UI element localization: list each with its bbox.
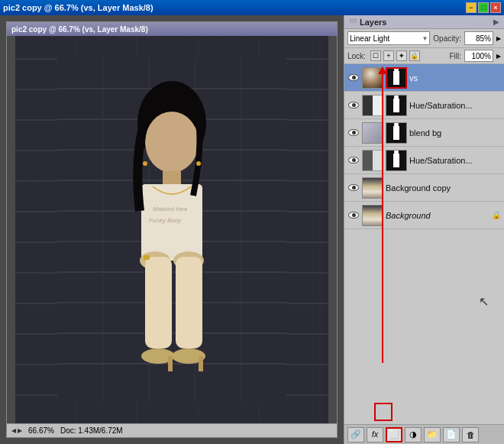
new-layer-button[interactable]: 📄 <box>443 427 460 442</box>
mask-silhouette-hue-1 <box>393 99 399 112</box>
layer-thumb-vs <box>362 67 383 89</box>
blend-mode-select[interactable]: Linear Light ▼ <box>347 31 430 45</box>
layers-panel-header: ⠿⠿ Layers ▶ <box>344 15 504 29</box>
canvas-content[interactable]: Masked Hea Funky Body <box>7 36 337 423</box>
zoom-level: 66.67% <box>28 426 54 435</box>
content-area: pic2 copy @ 66.7% (vs, Layer Mask/8) <box>0 15 504 444</box>
layer-mask-vs <box>386 67 407 89</box>
layer-thumb-hue-1 <box>362 95 383 116</box>
layer-name-hue-2: Hue/Saturation... <box>409 156 501 165</box>
mask-silhouette-hue-2 <box>393 154 399 167</box>
fill-input[interactable]: 100% <box>464 50 493 62</box>
opacity-input[interactable]: 85% <box>464 31 493 45</box>
cursor-pointer: ↖ <box>479 294 489 309</box>
eye-icon-blend <box>348 129 359 136</box>
layer-item-vs[interactable]: vs <box>344 64 504 92</box>
layer-eye-hue-1[interactable] <box>347 99 360 112</box>
canvas-title-bar: pic2 copy @ 66.7% (vs, Layer Mask/8) <box>7 22 337 36</box>
layer-name-vs: vs <box>409 73 501 83</box>
prev-arrow[interactable]: ◀ <box>11 427 16 434</box>
layer-eye-blend[interactable] <box>347 127 360 139</box>
fill-section: Fill: 100% ▶ <box>449 50 501 62</box>
layer-name-hue-1: Hue/Saturation... <box>409 101 501 110</box>
layer-thumb-bg-copy <box>362 177 383 199</box>
maximize-button[interactable]: □ <box>478 2 489 13</box>
new-group-button[interactable]: 📁 <box>424 427 441 442</box>
fill-label: Fill: <box>449 52 461 60</box>
layer-eye-bg-copy[interactable] <box>347 182 360 194</box>
gripper-icon: ⠿⠿ <box>349 18 357 25</box>
lock-image-pixels[interactable]: + <box>383 50 394 61</box>
lock-position[interactable]: ✦ <box>396 50 407 61</box>
layer-item-blend-bg[interactable]: blend bg <box>344 119 504 147</box>
layer-item-bg-copy[interactable]: Background copy <box>344 174 504 202</box>
blend-mode-value: Linear Light <box>350 34 389 43</box>
next-arrow[interactable]: ▶ <box>18 427 22 434</box>
opacity-value: 85% <box>476 34 491 43</box>
layers-panel: ⠿⠿ Layers ▶ Linear Light ▼ Opacity: 85% … <box>344 15 504 444</box>
svg-point-29 <box>143 161 147 166</box>
fill-value: 100% <box>471 52 491 60</box>
lock-label: Lock: <box>347 52 366 60</box>
status-arrows[interactable]: ◀ ▶ <box>11 427 22 434</box>
svg-rect-31 <box>144 255 150 260</box>
layer-item-hue-sat-2[interactable]: Hue/Saturation... <box>344 147 504 174</box>
layer-thumb-hue-2 <box>362 150 383 171</box>
fill-dropdown-icon[interactable]: ▶ <box>496 53 501 60</box>
delete-layer-button[interactable]: 🗑 <box>462 427 479 442</box>
layers-header-left: ⠿⠿ Layers <box>349 18 386 27</box>
thumb-background-content <box>363 206 383 225</box>
add-mask-button[interactable]: ⬜ <box>386 427 402 442</box>
delete-icon: 🗑 <box>467 430 475 439</box>
blend-mode-row: Linear Light ▼ Opacity: 85% ▶ <box>344 29 504 48</box>
link-layers-icon: 🔗 <box>351 429 361 439</box>
add-mask-icon: ⬜ <box>389 429 399 439</box>
svg-text:Masked Hea: Masked Hea <box>153 206 187 212</box>
layer-eye-vs[interactable] <box>347 72 360 84</box>
canvas-window: pic2 copy @ 66.7% (vs, Layer Mask/8) <box>6 21 338 438</box>
layer-name-bg-copy: Background copy <box>386 183 501 193</box>
photo-content: Masked Hea Funky Body <box>15 36 328 423</box>
opacity-dropdown-icon[interactable]: ▶ <box>496 35 501 42</box>
mask-silhouette-blend <box>393 126 399 140</box>
layer-eye-background[interactable] <box>347 209 360 222</box>
close-button[interactable]: × <box>490 2 501 13</box>
window-controls: − □ × <box>466 2 501 13</box>
layer-mask-hue-1 <box>386 95 407 116</box>
svg-rect-23 <box>145 257 172 348</box>
layers-title: Layers <box>360 18 386 27</box>
cursor-area: ↖ <box>344 290 504 313</box>
layer-thumb-blend <box>362 122 383 144</box>
canvas-status-bar: ◀ ▶ 66.67% Doc: 1.43M/6.72M <box>7 423 337 437</box>
svg-rect-24 <box>176 257 202 348</box>
layer-item-background[interactable]: Background 🔒 <box>344 202 504 229</box>
new-adjustment-button[interactable]: ◑ <box>405 427 422 442</box>
title-bar: pic2 copy @ 66.7% (vs, Layer Mask/8) − □… <box>0 0 504 15</box>
svg-rect-28 <box>199 356 203 371</box>
layers-empty-space <box>344 229 504 290</box>
adjustment-icon: ◑ <box>409 429 417 439</box>
eye-icon-vs <box>348 74 359 81</box>
layer-eye-hue-2[interactable] <box>347 154 360 167</box>
layers-header-controls: ▶ <box>493 18 499 26</box>
eye-icon-background <box>348 212 359 219</box>
adj-gradient-hue-1 <box>363 96 383 115</box>
layers-bottom-toolbar: 🔗 fx ⬜ ◑ 📁 📄 🗑 <box>344 424 504 444</box>
lock-transparent-pixels[interactable]: ☐ <box>370 50 381 61</box>
canvas-title-text: pic2 copy @ 66.7% (vs, Layer Mask/8) <box>11 25 148 34</box>
blend-select-arrow-icon: ▼ <box>422 35 428 42</box>
doc-info: Doc: 1.43M/6.72M <box>60 426 123 435</box>
layer-item-hue-sat-1[interactable]: Hue/Saturation... <box>344 92 504 119</box>
lock-row: Lock: ☐ + ✦ 🔒 Fill: 100% ▶ <box>344 48 504 64</box>
link-layers-button[interactable]: 🔗 <box>347 427 364 442</box>
eye-icon-hue-1 <box>348 102 359 109</box>
lock-all[interactable]: 🔒 <box>409 50 420 61</box>
panel-menu-icon[interactable]: ▶ <box>493 18 499 26</box>
minimize-button[interactable]: − <box>466 2 477 13</box>
layer-mask-hue-2 <box>386 150 407 171</box>
eye-icon-hue-2 <box>348 157 359 164</box>
canvas-area: pic2 copy @ 66.7% (vs, Layer Mask/8) <box>0 15 344 444</box>
layer-fx-button[interactable]: fx <box>367 427 383 442</box>
eye-icon-bg-copy <box>348 184 359 191</box>
thumb-bg-copy-content <box>363 178 383 198</box>
